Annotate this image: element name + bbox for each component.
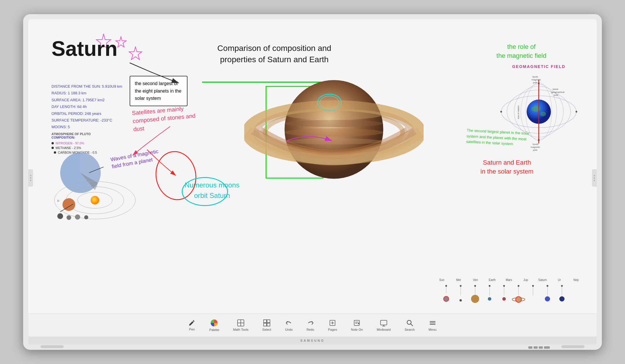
- text-box: the second largest of the eight planets …: [130, 76, 188, 106]
- satellites-annotation: Satellites are mainly composed of stones…: [132, 104, 197, 133]
- svg-point-23: [285, 128, 383, 137]
- svg-point-81: [559, 296, 565, 302]
- toolbar: Pen Palette: [28, 313, 597, 337]
- info-day-length: DAY LENGTH: 6d 4h: [52, 103, 122, 110]
- info-surface-area: SURFACE AREA: 1.795E7 km2: [52, 97, 122, 103]
- svg-point-71: [547, 285, 548, 287]
- svg-marker-2: [129, 47, 142, 60]
- planet-comparison-svg: [438, 284, 582, 308]
- svg-point-24: [285, 138, 383, 144]
- screen: Saturn DISTANCE FROM THE SUN: 5.910U9 km…: [28, 19, 597, 337]
- svg-text:North: North: [532, 76, 538, 78]
- svg-point-22: [285, 120, 383, 127]
- pages-tool[interactable]: Pages: [324, 317, 341, 333]
- planet-label-7: Saturn: [538, 278, 547, 282]
- orbital-diagram: [52, 179, 138, 222]
- geomagnetic-field-section: GEOMAGNETIC FIELD: [498, 64, 579, 153]
- menu-icon: [429, 319, 436, 327]
- svg-point-76: [488, 297, 491, 301]
- miniboard-icon: [380, 319, 387, 327]
- svg-point-77: [503, 297, 505, 300]
- saturn-earth-line2: in the solar system: [480, 168, 533, 175]
- pages-icon: [329, 319, 336, 327]
- svg-rect-86: [264, 320, 266, 323]
- whiteboard-content: Saturn DISTANCE FROM THE SUN: 5.910U9 km…: [28, 19, 597, 337]
- palette-tool[interactable]: Palette: [205, 317, 223, 333]
- atmosphere-subtitle: COMPOSITION:: [52, 136, 97, 139]
- side-handle-left[interactable]: [28, 169, 33, 187]
- svg-text:North: North: [553, 88, 558, 91]
- undo-tool[interactable]: Undo: [281, 317, 297, 333]
- svg-point-73: [444, 296, 449, 302]
- svg-text:pole: pole: [533, 149, 538, 151]
- ports-right: [528, 346, 550, 349]
- select-icon: [263, 319, 271, 327]
- palette-label: Palette: [209, 328, 219, 332]
- port-3: [539, 346, 543, 349]
- miniboard-label: Miniboard: [377, 328, 391, 331]
- geo-field-svg: North magnetic pole North geographical p…: [498, 71, 579, 152]
- svg-rect-94: [380, 320, 387, 325]
- svg-line-98: [411, 324, 413, 326]
- redo-icon: [307, 319, 314, 327]
- pen-icon: [188, 319, 195, 326]
- magnetic-line2: the magnetic field: [497, 52, 546, 59]
- svg-text:magnetic: magnetic: [532, 78, 541, 81]
- side-handle-right[interactable]: [592, 169, 597, 187]
- undo-icon: [285, 319, 293, 327]
- svg-text:geographical: geographical: [551, 91, 565, 93]
- note-on-label: Note On: [351, 328, 363, 331]
- samsung-logo: SAMSUNG: [300, 339, 325, 342]
- svg-point-51: [538, 82, 540, 84]
- pen-tool[interactable]: Pen: [184, 318, 199, 333]
- svg-point-68: [503, 285, 505, 287]
- svg-point-79: [516, 297, 521, 302]
- monitor-frame: Saturn DISTANCE FROM THE SUN: 5.910U9 km…: [23, 14, 602, 350]
- note-on-tool[interactable]: Note On: [347, 317, 367, 333]
- magnetic-role-text: the role of the magnetic field: [492, 43, 550, 60]
- svg-point-11: [57, 213, 63, 219]
- planet-label-8: Ur: [555, 278, 564, 282]
- svg-point-67: [489, 285, 490, 287]
- info-radius: RADIUS: 1 188.3 km: [52, 90, 122, 96]
- svg-text:Axis of rotation: Axis of rotation: [517, 106, 519, 119]
- planet-label-6: Jup: [521, 278, 530, 282]
- info-orbital: ORBITAL PERIOD: 248 years: [52, 110, 122, 117]
- math-tools-label: Math Tools: [233, 328, 249, 331]
- port-1: [528, 346, 532, 349]
- geo-field-title: GEOMAGNETIC FIELD: [498, 64, 579, 69]
- select-label: Select: [262, 328, 271, 331]
- menu-label: Menu: [429, 328, 437, 331]
- svg-point-80: [545, 296, 550, 302]
- palette-icon: [210, 319, 218, 327]
- svg-point-72: [561, 285, 563, 287]
- info-panel: DISTANCE FROM THE SUN: 5.910U9 km RADIUS…: [52, 83, 122, 130]
- math-tools-tool[interactable]: Math Tools: [229, 317, 253, 333]
- search-tool[interactable]: Search: [400, 317, 419, 333]
- port-2: [534, 346, 538, 349]
- saturn-title: Saturn: [52, 37, 117, 60]
- svg-text:pole: pole: [533, 81, 538, 84]
- planet-label-2: Mer: [454, 278, 463, 282]
- pen-label: Pen: [189, 328, 195, 331]
- svg-point-12: [67, 215, 71, 220]
- svg-point-52: [538, 139, 540, 141]
- speaker-right: [561, 345, 584, 348]
- svg-point-39: [540, 112, 546, 116]
- pages-label: Pages: [328, 328, 337, 331]
- miniboard-tool[interactable]: Miniboard: [373, 317, 395, 333]
- svg-rect-89: [267, 323, 270, 326]
- info-moons: MOONS: 5: [52, 124, 122, 130]
- svg-point-53: [576, 111, 577, 113]
- cyan-circle-overlay: [182, 177, 228, 206]
- select-tool[interactable]: Select: [258, 317, 275, 333]
- magnetic-line1: the role of: [507, 43, 536, 50]
- menu-tool[interactable]: Menu: [424, 317, 441, 333]
- redo-tool[interactable]: Redo: [302, 317, 318, 333]
- svg-text:magnetic: magnetic: [531, 146, 540, 148]
- saturn-earth-annotation: Saturn and Earth in the solar system: [475, 158, 539, 176]
- redo-label: Redo: [306, 328, 314, 331]
- svg-point-70: [532, 285, 534, 287]
- info-surface-temp: SURFACE TEMPERATURE: -233°C: [52, 117, 122, 124]
- info-distance: DISTANCE FROM THE SUN: 5.910U9 km: [52, 83, 122, 90]
